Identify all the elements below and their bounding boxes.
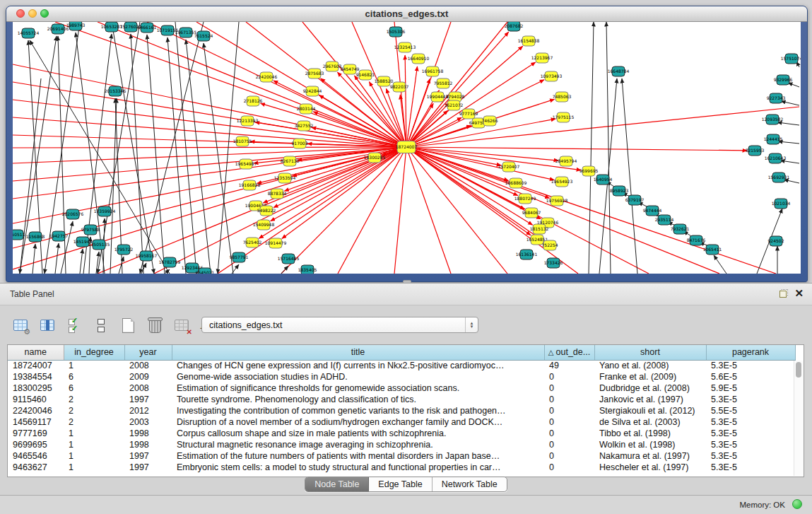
vertical-scrollbar[interactable]	[794, 361, 804, 476]
table-cell[interactable]: 1	[64, 450, 124, 462]
table-cell[interactable]: 19384554	[8, 371, 64, 382]
table-cell[interactable]: Changes of HCN gene expression and I(f) …	[172, 360, 544, 371]
table-cell[interactable]: 2003	[124, 416, 172, 428]
table-cell[interactable]: 1	[64, 439, 124, 450]
table-cell[interactable]: 5.3E-5	[706, 450, 795, 462]
table-row[interactable]: 1872400712008Changes of HCN gene express…	[8, 360, 795, 371]
table-cell[interactable]: 6	[64, 382, 124, 394]
table-cell[interactable]: 5.9E-5	[706, 382, 795, 394]
table-cell[interactable]: Disruption of a novel member of a sodium…	[172, 416, 544, 428]
table-cell[interactable]: Dudbridge et al. (2008)	[594, 382, 706, 394]
table-row[interactable]: 911546021997Tourette syndrome. Phenomeno…	[8, 394, 795, 405]
table-cell[interactable]: 0	[544, 382, 594, 394]
show-columns-icon[interactable]	[38, 317, 57, 334]
table-selector-combobox[interactable]: citations_edges.txt ▲▼	[201, 317, 478, 333]
table-cell[interactable]: 0	[544, 462, 594, 473]
table-cell[interactable]: 22420046	[8, 405, 64, 416]
column-header-pagerank[interactable]: pagerank	[706, 345, 795, 360]
table-cell[interactable]: Embryonic stem cells: a model to study s…	[172, 462, 544, 473]
table-mode-icon[interactable]: ⚙	[11, 317, 30, 334]
float-window-icon[interactable]	[779, 289, 788, 298]
table-row[interactable]: 946362711997Embryonic stem cells: a mode…	[8, 462, 795, 473]
table-cell[interactable]: 1	[64, 360, 124, 371]
table-cell[interactable]: 6	[64, 371, 124, 382]
table-cell[interactable]: 0	[544, 371, 594, 382]
table-cell[interactable]: 2008	[124, 360, 172, 371]
table-row[interactable]: 1938455462009Genome-wide association stu…	[8, 371, 795, 382]
table-cell[interactable]: 1997	[124, 462, 172, 473]
table-cell[interactable]: 5.5E-5	[706, 405, 795, 416]
table-cell[interactable]: 5.3E-5	[706, 416, 795, 428]
scrollbar-thumb[interactable]	[796, 362, 801, 378]
clear-selection-icon[interactable]	[92, 317, 110, 334]
tab-edge-table[interactable]: Edge Table	[369, 477, 432, 491]
table-cell[interactable]: 5.3E-5	[706, 360, 795, 371]
column-header-in_degree[interactable]: in_degree	[64, 345, 124, 360]
table-cell[interactable]: 5.6E-5	[706, 371, 795, 382]
tab-network-table[interactable]: Network Table	[433, 477, 507, 491]
table-cell[interactable]: Franke et al. (2009)	[594, 371, 706, 382]
window-titlebar[interactable]: citations_edges.txt	[6, 6, 807, 22]
table-cell[interactable]: 14569117	[8, 416, 64, 428]
table-cell[interactable]: 5.3E-5	[706, 462, 795, 473]
table-cell[interactable]: Estimation of significance thresholds fo…	[172, 382, 544, 394]
column-header-name[interactable]: name	[8, 345, 64, 360]
tab-node-table[interactable]: Node Table	[305, 477, 369, 491]
table-cell[interactable]: 0	[544, 394, 594, 405]
table-cell[interactable]: 0	[544, 416, 594, 428]
table-cell[interactable]: Tibbo et al. (1998)	[594, 428, 706, 439]
table-row[interactable]: 969969511998Structural magnetic resonanc…	[8, 439, 795, 450]
table-cell[interactable]: 49	[544, 360, 594, 371]
table-cell[interactable]: Tourette syndrome. Phenomenology and cla…	[172, 394, 544, 405]
delete-column-icon[interactable]	[146, 317, 164, 334]
table-cell[interactable]: 2	[64, 405, 124, 416]
table-row[interactable]: 2242004622012Investigating the contribut…	[8, 405, 795, 416]
table-row[interactable]: 1456911722003Disruption of a novel membe…	[8, 416, 795, 428]
table-cell[interactable]: 1	[64, 462, 124, 473]
table-cell[interactable]: de Silva et al. (2003)	[594, 416, 706, 428]
table-cell[interactable]: Wolkin et al. (1998)	[594, 439, 706, 450]
table-cell[interactable]: 9699695	[8, 439, 64, 450]
table-cell[interactable]: Stergiakouli et al. (2012)	[594, 405, 706, 416]
network-canvas[interactable]: 1232541316640910169617587955812199044439…	[13, 22, 801, 274]
table-cell[interactable]: 5.3E-5	[706, 428, 795, 439]
table-row[interactable]: 946554611997Estimation of the future num…	[8, 450, 795, 462]
table-cell[interactable]: 9463627	[8, 462, 64, 473]
table-cell[interactable]: 1997	[124, 394, 172, 405]
table-cell[interactable]: 2009	[124, 371, 172, 382]
table-cell[interactable]: 0	[544, 450, 594, 462]
table-cell[interactable]: Investigating the contribution of common…	[172, 405, 544, 416]
table-cell[interactable]: 1	[64, 428, 124, 439]
table-cell[interactable]: 1998	[124, 428, 172, 439]
column-header-short[interactable]: short	[594, 345, 706, 360]
create-column-icon[interactable]	[119, 317, 137, 334]
table-cell[interactable]: Yano et al. (2008)	[594, 360, 706, 371]
table-cell[interactable]: 9465546	[8, 450, 64, 462]
table-cell[interactable]: 2012	[124, 405, 172, 416]
table-cell[interactable]: 1998	[124, 439, 172, 450]
table-cell[interactable]: 18300295	[8, 382, 64, 394]
table-cell[interactable]: Genome-wide association studies in ADHD.	[172, 371, 544, 382]
table-cell[interactable]: 5.3E-5	[706, 439, 795, 450]
close-icon[interactable]: ✕	[794, 287, 804, 300]
table-cell[interactable]: Hescheler et al. (1997)	[594, 462, 706, 473]
table-cell[interactable]: 2	[64, 394, 124, 405]
table-cell[interactable]: Corpus callosum shape and size in male p…	[172, 428, 544, 439]
table-cell[interactable]: 5.3E-5	[706, 394, 795, 405]
table-cell[interactable]: Estimation of the future numbers of pati…	[172, 450, 544, 462]
table-cell[interactable]: 2	[64, 416, 124, 428]
column-header-title[interactable]: title	[172, 345, 544, 360]
table-cell[interactable]: 2008	[124, 382, 172, 394]
table-cell[interactable]: Structural magnetic resonance image aver…	[172, 439, 544, 450]
table-cell[interactable]: 9115460	[8, 394, 64, 405]
table-row[interactable]: 1830029562008Estimation of significance …	[8, 382, 795, 394]
table-cell[interactable]: 1997	[124, 450, 172, 462]
table-cell[interactable]: Nakamura et al. (1997)	[594, 450, 706, 462]
table-cell[interactable]: 9777169	[8, 428, 64, 439]
table-cell[interactable]: 0	[544, 405, 594, 416]
select-all-icon[interactable]: ✓✓	[65, 317, 83, 334]
table-cell[interactable]: 0	[544, 439, 594, 450]
table-cell[interactable]: 18724007	[8, 360, 64, 371]
table-cell[interactable]: 0	[544, 428, 594, 439]
table-row[interactable]: 977716911998Corpus callosum shape and si…	[8, 428, 795, 439]
